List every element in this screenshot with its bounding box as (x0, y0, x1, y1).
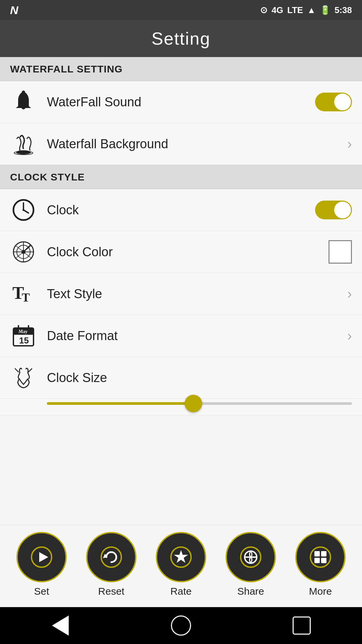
svg-rect-36 (321, 551, 326, 556)
waterfall-sound-label: WaterFall Sound (47, 95, 315, 109)
reset-button[interactable]: Reset (86, 532, 136, 597)
lte-label: LTE (287, 5, 303, 15)
more-button[interactable]: More (295, 532, 346, 597)
set-label: Set (34, 586, 49, 597)
set-button-circle[interactable] (16, 532, 67, 582)
set-button[interactable]: Set (16, 532, 67, 597)
share-label: Share (237, 586, 264, 597)
calendar-icon: May 15 (10, 322, 37, 349)
rate-button[interactable]: Rate (156, 532, 206, 597)
status-left: N (10, 4, 18, 17)
color-swatch[interactable] (328, 240, 352, 264)
share-button[interactable]: Share (226, 532, 276, 597)
reset-button-circle[interactable] (86, 532, 136, 582)
svg-point-0 (22, 91, 25, 94)
waterfall-icon (10, 130, 37, 157)
text-style-label: Text Style (47, 287, 347, 301)
clock-color-control[interactable] (328, 240, 352, 264)
color-wheel-icon (10, 238, 37, 265)
svg-point-34 (310, 547, 330, 567)
svg-rect-38 (321, 558, 326, 563)
back-icon (52, 615, 69, 636)
home-button[interactable] (168, 612, 194, 639)
svg-text:15: 15 (19, 335, 29, 345)
reset-label: Reset (98, 586, 124, 597)
home-icon (171, 615, 191, 636)
slider-fill (47, 402, 193, 405)
chevron-icon: › (347, 136, 352, 152)
svg-line-24 (28, 369, 32, 372)
clock-icon (10, 197, 37, 223)
recents-icon (293, 616, 311, 635)
date-format-label: Date Format (47, 329, 347, 343)
waterfall-background-control[interactable]: › (347, 136, 352, 152)
waterfall-sound-control[interactable] (315, 93, 352, 111)
settings-list: WATERFALL SETTING WaterFall Sound (0, 57, 362, 525)
section-clock-header: CLOCK STYLE (0, 165, 362, 189)
network-label: 4G (272, 5, 283, 15)
slider-thumb[interactable] (185, 395, 202, 412)
waterfall-sound-toggle[interactable] (315, 93, 352, 111)
svg-marker-30 (174, 550, 188, 563)
toggle-knob (334, 94, 351, 110)
battery-icon: 🔋 (320, 5, 330, 15)
nav-bar (0, 607, 362, 644)
share-button-circle[interactable] (226, 532, 276, 582)
date-format-control[interactable]: › (347, 328, 352, 344)
status-right: ⊙ 4G LTE ▲ 🔋 5:38 (260, 5, 352, 15)
clock-label: Clock (47, 203, 315, 217)
chevron-icon-text: › (347, 286, 352, 302)
wifi-icon: ⊙ (260, 5, 267, 15)
clock-color-item[interactable]: Clock Color (0, 231, 362, 273)
pinch-icon (10, 364, 37, 391)
bottom-action-bar: Set Reset Rate (0, 525, 362, 607)
waterfall-background-label: Waterfall Background (47, 137, 347, 151)
clock-toggle-item[interactable]: Clock (0, 189, 362, 231)
time-label: 5:38 (335, 5, 352, 15)
waterfall-background-item[interactable]: Waterfall Background › (0, 123, 362, 165)
svg-marker-26 (39, 552, 48, 562)
clock-size-slider-row[interactable] (0, 399, 362, 415)
waterfall-sound-item[interactable]: WaterFall Sound (0, 81, 362, 123)
section-waterfall-header: WATERFALL SETTING (0, 57, 362, 81)
svg-rect-37 (314, 558, 320, 563)
app-header: Setting (0, 20, 362, 57)
svg-point-1 (16, 150, 31, 154)
recents-button[interactable] (288, 612, 315, 639)
bell-icon (10, 89, 37, 115)
text-style-item[interactable]: T T Text Style › (0, 273, 362, 315)
status-bar: N ⊙ 4G LTE ▲ 🔋 5:38 (0, 0, 362, 20)
svg-text:T: T (22, 291, 30, 304)
app-logo: N (10, 4, 18, 17)
text-style-control[interactable]: › (347, 286, 352, 302)
clock-toggle[interactable] (315, 201, 352, 219)
clock-color-label: Clock Color (47, 245, 328, 259)
back-button[interactable] (47, 612, 74, 639)
chevron-icon-date: › (347, 328, 352, 344)
svg-rect-35 (314, 551, 320, 556)
toggle-knob-clock (334, 202, 351, 218)
clock-toggle-control[interactable] (315, 201, 352, 219)
clock-size-item: Clock Size (0, 357, 362, 399)
clock-size-label: Clock Size (47, 371, 352, 385)
date-format-item[interactable]: May 15 Date Format › (0, 315, 362, 357)
text-style-icon: T T (10, 280, 37, 307)
rate-button-circle[interactable] (156, 532, 206, 582)
rate-label: Rate (170, 586, 191, 597)
svg-text:May: May (18, 329, 27, 334)
slider-track[interactable] (47, 402, 352, 405)
signal-icon: ▲ (307, 5, 316, 15)
more-label: More (309, 586, 332, 597)
page-title: Setting (152, 29, 210, 49)
svg-point-6 (22, 209, 24, 211)
more-button-circle[interactable] (295, 532, 346, 582)
svg-line-23 (15, 369, 18, 372)
